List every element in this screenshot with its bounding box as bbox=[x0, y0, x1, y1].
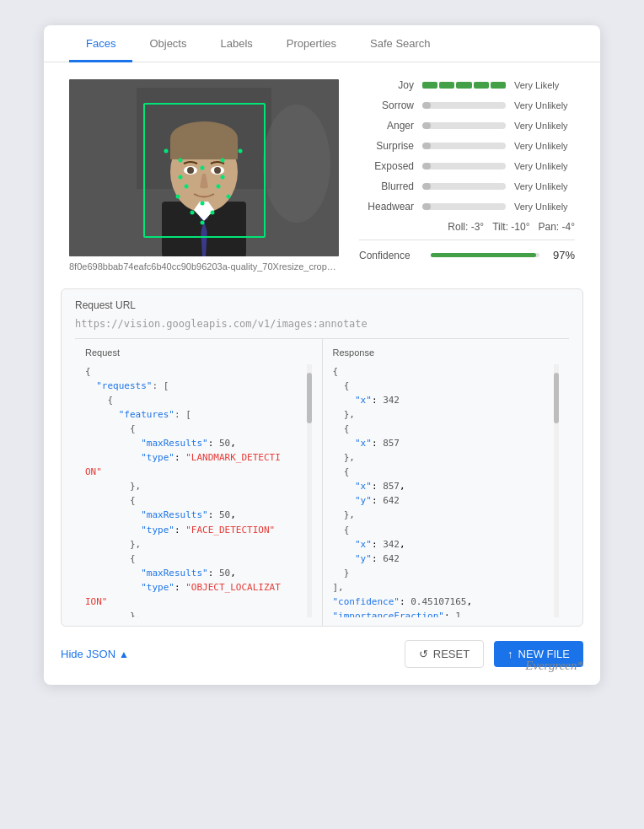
code-line: ON" bbox=[85, 465, 312, 479]
confidence-row: Confidence 97% bbox=[359, 240, 575, 261]
code-line: }, bbox=[85, 537, 312, 552]
joy-seg-5 bbox=[491, 82, 506, 89]
confidence-label: Confidence bbox=[359, 250, 422, 261]
landmark-dot bbox=[217, 184, 221, 188]
attr-label-headwear: Headwear bbox=[359, 201, 414, 213]
request-url-value: https://vision.googleapis.com/v1/images:… bbox=[75, 318, 569, 330]
attr-label-joy: Joy bbox=[359, 79, 414, 91]
panels-row: Request { "requests": [ { "features": [ … bbox=[75, 338, 569, 626]
code-line: { bbox=[333, 364, 560, 379]
reset-label: RESET bbox=[433, 648, 470, 660]
code-line: { bbox=[85, 422, 312, 436]
landmark-dot bbox=[220, 175, 224, 179]
confidence-bar-wrap bbox=[431, 253, 539, 257]
code-line: { bbox=[333, 465, 560, 479]
reset-icon: ↺ bbox=[419, 648, 428, 660]
code-line: "importanceFraction": 1 bbox=[333, 609, 560, 617]
head-pose-tilt: Tilt: -10° bbox=[492, 221, 529, 233]
code-line: "type": "LANDMARK_DETECTI bbox=[85, 450, 312, 465]
main-card: Faces Objects Labels Properties Safe Sea… bbox=[44, 25, 600, 685]
code-line: "maxResults": 50, bbox=[85, 436, 312, 450]
code-line: { bbox=[333, 379, 560, 393]
attr-bar-surprise bbox=[422, 143, 431, 149]
chevron-up-icon: ▲ bbox=[119, 649, 129, 660]
code-line: "features": [ bbox=[85, 407, 312, 422]
attr-value-blurred: Very Unlikely bbox=[514, 181, 575, 191]
attr-barwrap-surprise bbox=[422, 143, 506, 149]
tab-properties[interactable]: Properties bbox=[270, 25, 353, 62]
response-panel-title: Response bbox=[333, 347, 560, 358]
attr-surprise: Surprise Very Unlikely bbox=[359, 140, 575, 152]
hide-json-label: Hide JSON bbox=[61, 648, 115, 660]
code-line: }, bbox=[85, 479, 312, 493]
landmark-dot bbox=[191, 210, 195, 214]
response-code-block[interactable]: { { "x": 342 }, { "x": 857 }, { "x": 857… bbox=[333, 364, 560, 617]
hide-json-button[interactable]: Hide JSON ▲ bbox=[61, 648, 129, 660]
attr-bar-anger bbox=[422, 122, 431, 129]
code-line: ION" bbox=[85, 595, 312, 609]
code-line: }, bbox=[333, 508, 560, 522]
attr-label-anger: Anger bbox=[359, 120, 414, 132]
head-pose: Roll: -3° Tilt: -10° Pan: -4° bbox=[359, 221, 575, 233]
attr-barwrap-headwear bbox=[422, 203, 506, 210]
request-panel: Request { "requests": [ { "features": [ … bbox=[75, 339, 323, 626]
code-line: "x": 857, bbox=[333, 479, 560, 493]
tabs-bar: Faces Objects Labels Properties Safe Sea… bbox=[44, 25, 600, 62]
attr-value-joy: Very Likely bbox=[514, 80, 575, 90]
code-line: "type": "FACE_DETECTION" bbox=[85, 523, 312, 537]
attr-anger: Anger Very Unlikely bbox=[359, 120, 575, 132]
attr-label-exposed: Exposed bbox=[359, 160, 414, 172]
attr-label-sorrow: Sorrow bbox=[359, 100, 414, 111]
attr-bar-sorrow bbox=[422, 102, 431, 109]
head-pose-roll: Roll: -3° bbox=[448, 221, 484, 233]
code-line: "requests": [ bbox=[85, 379, 312, 393]
attr-label-blurred: Blurred bbox=[359, 180, 414, 192]
code-line: } bbox=[333, 566, 560, 580]
request-url-section: Request URL https://vision.googleapis.co… bbox=[61, 288, 583, 627]
landmark-dot bbox=[226, 195, 230, 199]
attr-sorrow: Sorrow Very Unlikely bbox=[359, 100, 575, 111]
joy-seg-2 bbox=[439, 82, 454, 89]
request-code-block[interactable]: { "requests": [ { "features": [ { "maxRe… bbox=[85, 364, 312, 617]
code-line: "maxResults": 50, bbox=[85, 508, 312, 522]
tab-objects[interactable]: Objects bbox=[132, 25, 203, 62]
request-scrollbar-thumb[interactable] bbox=[307, 373, 312, 423]
reset-button[interactable]: ↺ RESET bbox=[405, 640, 484, 668]
attr-value-exposed: Very Unlikely bbox=[514, 161, 575, 171]
code-line: }, bbox=[333, 450, 560, 465]
attr-value-surprise: Very Unlikely bbox=[514, 141, 575, 151]
attr-bar-blurred bbox=[422, 183, 431, 190]
svg-point-3 bbox=[263, 105, 330, 223]
code-line: "x": 342, bbox=[333, 537, 560, 552]
attr-value-headwear: Very Unlikely bbox=[514, 202, 575, 212]
tab-labels[interactable]: Labels bbox=[203, 25, 269, 62]
code-line: "confidence": 0.45107165, bbox=[333, 595, 560, 609]
tab-faces[interactable]: Faces bbox=[69, 25, 132, 62]
main-content: 8f0e698bbab74eafc6b40cc90b96203a-quality… bbox=[44, 62, 600, 280]
attr-value-anger: Very Unlikely bbox=[514, 121, 575, 131]
face-image bbox=[69, 79, 339, 256]
joy-seg-1 bbox=[422, 82, 437, 89]
joy-seg-4 bbox=[474, 82, 489, 89]
landmark-dot bbox=[238, 148, 242, 153]
landmark-dot bbox=[176, 195, 180, 199]
attr-label-surprise: Surprise bbox=[359, 140, 414, 152]
code-line: "y": 642 bbox=[333, 552, 560, 566]
code-line: ], bbox=[333, 580, 560, 595]
attr-barwrap-exposed bbox=[422, 163, 506, 170]
face-section: 8f0e698bbab74eafc6b40cc90b96203a-quality… bbox=[69, 79, 339, 272]
watermark: Evergreen* bbox=[525, 659, 583, 673]
tab-safe-search[interactable]: Safe Search bbox=[353, 25, 448, 62]
attr-headwear: Headwear Very Unlikely bbox=[359, 201, 575, 213]
code-line: "x": 342 bbox=[333, 393, 560, 407]
upload-icon: ↑ bbox=[507, 648, 513, 660]
response-scrollbar-thumb[interactable] bbox=[554, 373, 559, 423]
attributes-panel: Joy Very Likely Sorrow Very Unlikely bbox=[359, 79, 575, 272]
code-line: "x": 857 bbox=[333, 436, 560, 450]
joy-bar bbox=[422, 82, 506, 89]
code-line: { bbox=[333, 422, 560, 436]
code-line: { bbox=[85, 393, 312, 407]
face-filename: 8f0e698bbab74eafc6b40cc90b96203a-quality… bbox=[69, 261, 339, 272]
code-line: { bbox=[85, 552, 312, 566]
request-scrollbar-track bbox=[307, 364, 312, 617]
